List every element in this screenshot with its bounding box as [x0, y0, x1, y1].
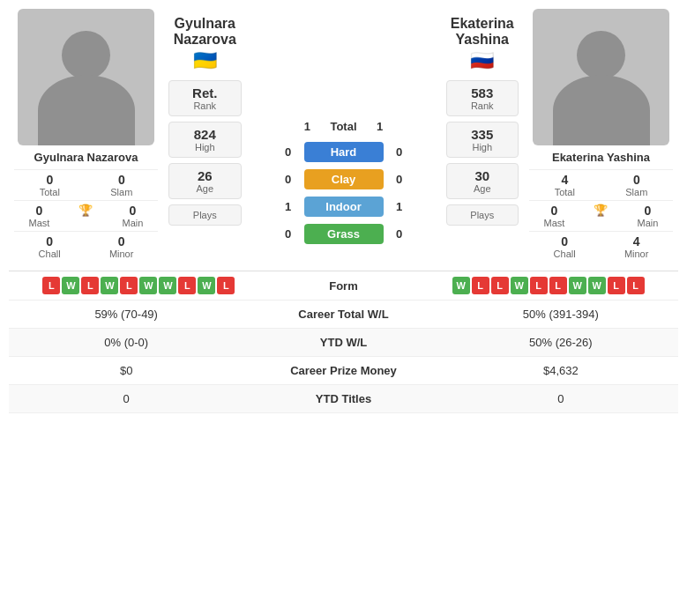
clay-button[interactable]: Clay [304, 169, 384, 189]
form-badge-w: W [511, 277, 528, 294]
right-minor: 4 Minor [624, 234, 649, 259]
left-mid-panel: Gyulnara Nazarova 🇺🇦 Ret. Rank 824 High … [163, 9, 247, 262]
grass-button[interactable]: Grass [304, 224, 384, 244]
stats-row-2: $0 Career Prize Money $4,632 [9, 357, 678, 385]
form-badge-w: W [101, 277, 118, 294]
form-badge-w: W [159, 277, 176, 294]
grass-left-score: 0 [280, 227, 297, 241]
right-stats-row-2: 0 Mast 🏆 0 Main [529, 200, 673, 231]
right-high-panel: 335 High [446, 122, 519, 158]
form-badge-l: L [178, 277, 196, 294]
form-badge-w: W [569, 277, 586, 294]
left-age-panel: 26 Age [168, 163, 242, 199]
player-comparison: Gyulnara Nazarova 0 Total 0 Slam 0 Mast [9, 9, 678, 262]
form-badge-l: L [627, 277, 645, 294]
right-stats-row-3: 0 Chall 4 Minor [529, 231, 673, 262]
total-right-score: 1 [371, 120, 389, 133]
right-name-header: Ekaterina Yashina [441, 16, 525, 48]
stats-right-2: $4,632 [452, 364, 669, 377]
right-avatar-head [577, 31, 625, 79]
indoor-button[interactable]: Indoor [304, 197, 384, 217]
left-plays-lbl: Plays [178, 210, 232, 220]
right-avatar-body [553, 75, 650, 145]
right-chall: 0 Chall [554, 234, 576, 259]
left-trophy: 🏆 [78, 204, 93, 228]
left-player-name: Gyulnara Nazarova [34, 151, 138, 164]
hard-right-score: 0 [391, 145, 408, 159]
right-slam: 0 Slam [625, 173, 647, 197]
right-age-val: 30 [456, 168, 510, 183]
stats-left-3: 0 [18, 392, 235, 405]
right-stats-row-1: 4 Total 0 Slam [529, 169, 673, 200]
left-age-lbl: Age [178, 183, 232, 194]
indoor-right-score: 1 [391, 200, 408, 213]
left-rank-panel: Ret. Rank [168, 80, 242, 116]
clay-row: 0 Clay 0 [280, 169, 408, 189]
left-total: 0 Total [40, 173, 60, 197]
total-left-score: 1 [298, 120, 316, 133]
stats-row-3: 0 YTD Titles 0 [9, 385, 678, 413]
right-mast: 0 Mast [544, 204, 565, 228]
left-age-val: 26 [178, 168, 232, 183]
right-flag: 🇷🇺 [470, 49, 494, 72]
right-high-val: 335 [456, 127, 510, 142]
left-minor: 0 Minor [109, 234, 134, 259]
form-row: LWLWLWWLWL Form WLLWLLWWLL [9, 271, 678, 301]
left-stats-grid: 0 Total 0 Slam 0 Mast 🏆 [9, 169, 163, 262]
right-mid-panel: Ekaterina Yashina 🇷🇺 583 Rank 335 High 3… [441, 9, 525, 262]
form-badge-l: L [530, 277, 548, 294]
stats-left-0: 59% (70-49) [18, 308, 235, 321]
stats-row-0: 59% (70-49) Career Total W/L 50% (391-39… [9, 301, 678, 329]
hard-button[interactable]: Hard [304, 142, 384, 162]
right-plays-lbl: Plays [456, 210, 510, 220]
stats-label-0: Career Total W/L [235, 308, 452, 321]
right-total: 4 Total [555, 173, 575, 197]
left-high-lbl: High [178, 142, 232, 152]
form-badge-l: L [217, 277, 235, 294]
stats-right-1: 50% (26-26) [452, 336, 669, 349]
hard-left-score: 0 [280, 145, 297, 159]
right-avatar [533, 9, 669, 145]
clay-left-score: 0 [280, 173, 297, 186]
right-age-panel: 30 Age [446, 163, 519, 199]
form-badge-w: W [139, 277, 157, 294]
center-surfaces-col: 1 Total 1 0 Hard 0 0 Clay 0 1 Indoor 1 0 [247, 9, 441, 262]
stats-label-2: Career Prize Money [235, 364, 452, 377]
form-badge-l: L [472, 277, 489, 294]
stats-left-1: 0% (0-0) [18, 336, 235, 349]
left-slam: 0 Slam [110, 173, 132, 197]
right-stats-grid: 4 Total 0 Slam 0 Mast 🏆 [524, 169, 678, 262]
left-stats-row-3: 0 Chall 0 Minor [14, 231, 158, 262]
stats-right-3: 0 [452, 392, 669, 405]
right-trophy: 🏆 [594, 204, 608, 228]
right-rank-panel: 583 Rank [446, 80, 519, 116]
left-rank-val: Ret. [178, 85, 232, 100]
right-form-badges: WLLWLLWWLL [452, 277, 669, 294]
indoor-row: 1 Indoor 1 [280, 197, 408, 217]
form-badge-w: W [452, 277, 470, 294]
form-badge-l: L [81, 277, 99, 294]
left-high-panel: 824 High [168, 122, 242, 158]
left-rank-lbl: Rank [178, 100, 232, 111]
grass-right-score: 0 [391, 227, 408, 241]
stats-row-1: 0% (0-0) YTD W/L 50% (26-26) [9, 329, 678, 357]
form-badge-l: L [608, 277, 625, 294]
left-name-header: Gyulnara Nazarova [163, 16, 247, 48]
right-plays-panel: Plays [446, 204, 519, 226]
left-stats-row-1: 0 Total 0 Slam [14, 169, 158, 200]
stats-label-3: YTD Titles [235, 392, 452, 405]
form-label: Form [235, 279, 452, 293]
stats-right-0: 50% (391-394) [452, 308, 669, 321]
hard-row: 0 Hard 0 [280, 142, 408, 162]
right-rank-lbl: Rank [456, 100, 510, 111]
left-stats-row-2: 0 Mast 🏆 0 Main [14, 200, 158, 231]
right-player-name: Ekaterina Yashina [552, 151, 650, 164]
stats-rows: 59% (70-49) Career Total W/L 50% (391-39… [9, 301, 678, 413]
left-chall: 0 Chall [39, 234, 61, 259]
form-badge-l: L [549, 277, 567, 294]
right-high-lbl: High [456, 142, 510, 152]
form-badge-l: L [42, 277, 60, 294]
form-section: LWLWLWWLWL Form WLLWLLWWLL [9, 271, 678, 301]
grass-row: 0 Grass 0 [280, 224, 408, 244]
stats-label-1: YTD W/L [235, 336, 452, 349]
